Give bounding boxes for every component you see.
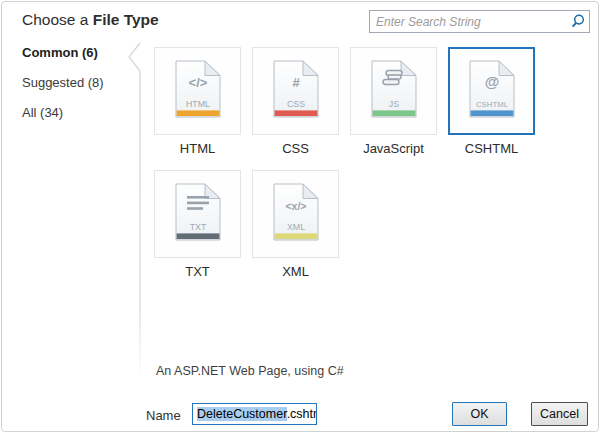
page-title-prefix: Choose a bbox=[22, 11, 93, 28]
name-extension: .cshtml bbox=[287, 407, 317, 421]
tile-label: JavaScript bbox=[350, 141, 437, 156]
tile-css[interactable]: # CSS bbox=[252, 47, 339, 135]
tile-cell-xml: <x/> XML XML bbox=[252, 170, 339, 279]
name-selected-text: DeleteCustomer bbox=[197, 407, 287, 421]
name-input[interactable]: DeleteCustomer.cshtml bbox=[192, 403, 317, 425]
svg-text:CSHTML: CSHTML bbox=[475, 100, 508, 109]
sidebar-item-common[interactable]: Common (6) bbox=[22, 45, 122, 60]
cshtml-file-icon: @ CSHTML bbox=[469, 60, 515, 122]
tile-cell-css: # CSS CSS bbox=[252, 47, 339, 156]
svg-text:</>: </> bbox=[188, 75, 207, 90]
tile-cshtml[interactable]: @ CSHTML bbox=[448, 47, 535, 135]
tile-cell-html: </> HTML HTML bbox=[154, 47, 241, 156]
svg-text:<x/>: <x/> bbox=[285, 200, 306, 212]
xml-file-icon: <x/> XML bbox=[273, 183, 319, 245]
txt-file-icon: TXT bbox=[175, 183, 221, 245]
file-type-grid: </> HTML HTML # CSS CSS bbox=[154, 47, 535, 279]
search-icon[interactable] bbox=[569, 13, 586, 30]
svg-text:@: @ bbox=[484, 73, 499, 90]
page-title-bold: File Type bbox=[93, 11, 159, 28]
choose-file-type-dialog: Choose a File Type Common (6)Suggested (… bbox=[1, 1, 599, 432]
tile-label: XML bbox=[252, 264, 339, 279]
page-title: Choose a File Type bbox=[22, 11, 159, 29]
svg-text:#: # bbox=[292, 75, 300, 90]
search-input[interactable] bbox=[370, 11, 569, 32]
css-file-icon: # CSS bbox=[273, 60, 319, 122]
search-box bbox=[369, 10, 590, 33]
tile-label: TXT bbox=[154, 264, 241, 279]
tile-txt[interactable]: TXT bbox=[154, 170, 241, 258]
file-type-description: An ASP.NET Web Page, using C# bbox=[156, 364, 344, 378]
sidebar-item-suggested[interactable]: Suggested (8) bbox=[22, 75, 122, 90]
tile-label: HTML bbox=[154, 141, 241, 156]
tile-cell-cshtml: @ CSHTML CSHTML bbox=[448, 47, 535, 156]
tile-xml[interactable]: <x/> XML bbox=[252, 170, 339, 258]
cancel-button[interactable]: Cancel bbox=[531, 402, 588, 426]
svg-text:TXT: TXT bbox=[189, 222, 206, 232]
tile-label: CSS bbox=[252, 141, 339, 156]
tile-javascript[interactable]: JS bbox=[350, 47, 437, 135]
html-file-icon: </> HTML bbox=[175, 60, 221, 122]
svg-text:JS: JS bbox=[388, 99, 398, 109]
svg-text:CSS: CSS bbox=[286, 99, 304, 109]
javascript-file-icon: JS bbox=[371, 60, 417, 122]
sidebar: Common (6)Suggested (8)All (34) bbox=[22, 45, 122, 135]
svg-text:XML: XML bbox=[286, 222, 304, 232]
sidebar-divider bbox=[125, 40, 143, 382]
tile-cell-javascript: JS JavaScript bbox=[350, 47, 437, 156]
ok-button[interactable]: OK bbox=[452, 402, 507, 426]
sidebar-item-all[interactable]: All (34) bbox=[22, 105, 122, 120]
tile-label: CSHTML bbox=[448, 141, 535, 156]
tile-html[interactable]: </> HTML bbox=[154, 47, 241, 135]
tile-cell-txt: TXT TXT bbox=[154, 170, 241, 279]
svg-text:HTML: HTML bbox=[186, 99, 210, 109]
name-label: Name bbox=[146, 408, 181, 423]
